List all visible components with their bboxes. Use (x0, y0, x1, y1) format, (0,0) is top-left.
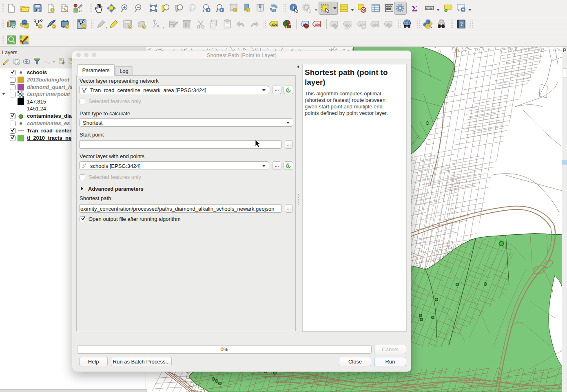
svg-text:abc: abc (345, 22, 352, 26)
svg-text:1:1: 1:1 (191, 6, 195, 9)
svg-text:Σ: Σ (412, 3, 417, 13)
svg-text:>: > (430, 25, 432, 29)
svg-text:a: a (79, 8, 82, 13)
svg-text:abc: abc (271, 22, 278, 26)
svg-text:?: ? (460, 21, 463, 27)
svg-text:abc: abc (315, 22, 321, 26)
svg-text:ε: ε (44, 58, 47, 64)
svg-text:i: i (292, 4, 294, 11)
